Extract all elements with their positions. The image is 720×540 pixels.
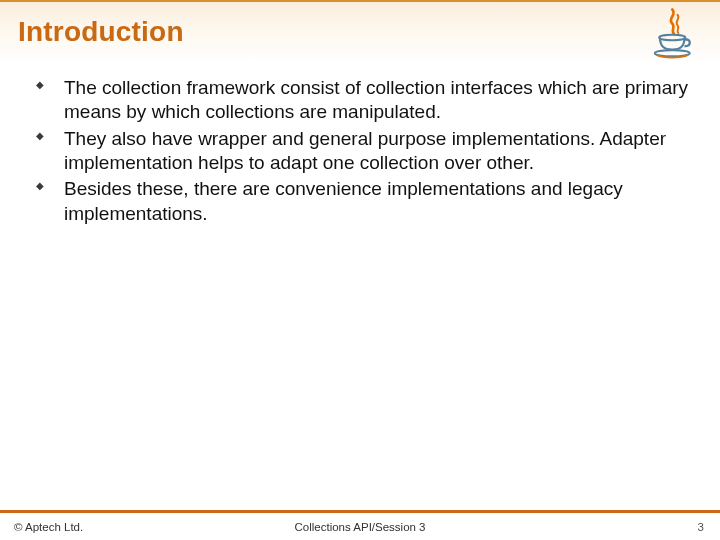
list-item: They also have wrapper and general purpo… (24, 127, 696, 176)
footer-copyright: © Aptech Ltd. (14, 521, 83, 533)
list-item: The collection framework consist of coll… (24, 76, 696, 125)
slide-content: The collection framework consist of coll… (0, 62, 720, 510)
footer-session: Collections API/Session 3 (294, 521, 425, 533)
footer-page-number: 3 (698, 521, 704, 533)
slide: Introduction The collection framework co… (0, 0, 720, 540)
java-logo-icon (646, 6, 702, 62)
slide-title: Introduction (18, 16, 184, 48)
slide-header: Introduction (0, 0, 720, 62)
svg-point-0 (659, 35, 685, 41)
bullet-list: The collection framework consist of coll… (24, 76, 696, 226)
list-item: Besides these, there are convenience imp… (24, 177, 696, 226)
slide-footer: © Aptech Ltd. Collections API/Session 3 … (0, 510, 720, 540)
